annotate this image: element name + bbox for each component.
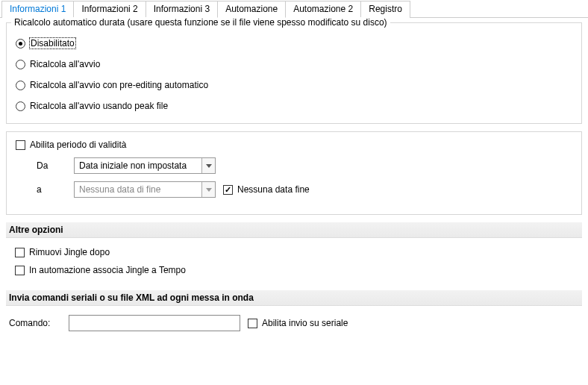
radio-row-onstart-pre[interactable]: Ricalcola all'avvio con pre-editing auto… [16,80,574,90]
validity-to-dropdown[interactable]: Nessuna data di fine [74,181,216,198]
assoc-label: In automazione associa Jingle a Tempo [29,265,186,275]
validity-enable-checkbox[interactable] [16,140,25,150]
remove-jingle-row[interactable]: Rimuovi Jingle dopo [15,247,576,257]
command-label: Comando: [9,318,69,328]
chevron-down-icon[interactable] [201,158,215,173]
radio-onstart-peak[interactable] [16,101,25,111]
no-end-row[interactable]: Nessuna data fine [223,184,310,195]
validity-group: Abilita periodo di validità Da Data iniz… [6,131,582,215]
serial-enable-label: Abilita invio su seriale [262,318,348,328]
radio-onstart-pre-label: Ricalcola all'avvio con pre-editing auto… [30,80,208,90]
tab-registro[interactable]: Registro [360,1,410,18]
tab-bar: Informazioni 1 Informazioni 2 Informazio… [0,0,588,18]
radio-disabled-label: Disabilitato [30,38,75,48]
serial-enable-row[interactable]: Abilita invio su seriale [248,318,348,328]
radio-onstart-peak-label: Ricalcola all'avvio usando peak file [30,101,168,111]
serial-header: Invia comandi seriali o su file XML ad o… [6,290,582,306]
remove-jingle-label: Rimuovi Jingle dopo [29,247,110,257]
other-header: Altre opzioni [6,222,582,238]
radio-disabled[interactable] [16,39,25,48]
recalc-group: Ricalcolo automatico durata (usare quest… [6,22,582,124]
validity-to-value: Nessuna data di fine [75,184,201,195]
assoc-row[interactable]: In automazione associa Jingle a Tempo [15,265,576,275]
radio-onstart-pre[interactable] [16,81,25,90]
command-row: Comando: Abilita invio su seriale [9,315,582,331]
command-input[interactable] [69,315,240,331]
assoc-checkbox[interactable] [15,266,25,275]
tab-informazioni-1[interactable]: Informazioni 1 [1,1,74,18]
tab-automazione[interactable]: Automazione [217,1,286,18]
recalc-legend: Ricalcolo automatico durata (usare quest… [11,17,390,28]
radio-row-onstart[interactable]: Ricalcola all'avvio [16,59,574,69]
chevron-down-icon[interactable] [201,182,215,197]
validity-from-row: Da Data iniziale non impostata [37,157,574,174]
other-options: Rimuovi Jingle dopo In automazione assoc… [6,242,582,283]
tab-informazioni-2[interactable]: Informazioni 2 [73,1,146,18]
validity-to-row: a Nessuna data di fine Nessuna data fine [37,181,574,198]
validity-to-label: a [37,184,66,195]
radio-onstart[interactable] [16,60,25,69]
tab-informazioni-3[interactable]: Informazioni 3 [146,1,218,18]
no-end-label: Nessuna data fine [237,184,310,195]
no-end-checkbox[interactable] [223,185,233,195]
serial-enable-checkbox[interactable] [248,319,257,328]
validity-from-label: Da [37,160,66,171]
validity-enable-row[interactable]: Abilita periodo di validità [16,140,574,150]
validity-from-value: Data iniziale non impostata [75,160,201,171]
tab-content: Ricalcolo automatico durata (usare quest… [0,18,588,346]
validity-from-dropdown[interactable]: Data iniziale non impostata [74,157,216,174]
radio-onstart-label: Ricalcola all'avvio [30,59,100,69]
validity-enable-label: Abilita periodo di validità [30,140,126,150]
radio-row-disabled[interactable]: Disabilitato [16,38,574,48]
remove-jingle-checkbox[interactable] [15,248,25,257]
tab-automazione-2[interactable]: Automazione 2 [285,1,361,18]
radio-row-onstart-peak[interactable]: Ricalcola all'avvio usando peak file [16,101,574,111]
